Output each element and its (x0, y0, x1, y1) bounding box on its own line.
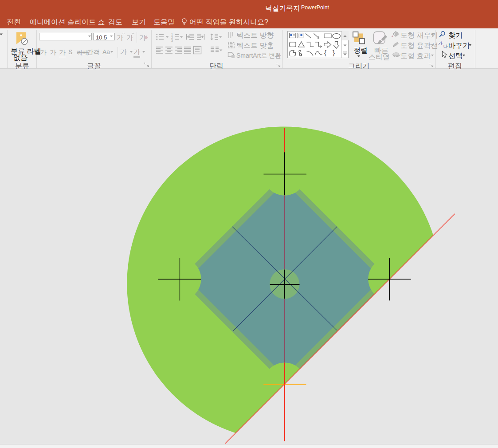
svg-text:가: 가 (438, 41, 443, 46)
svg-text:1: 1 (171, 33, 173, 36)
svg-text:나: 나 (443, 44, 448, 49)
svg-text:3: 3 (171, 39, 173, 42)
